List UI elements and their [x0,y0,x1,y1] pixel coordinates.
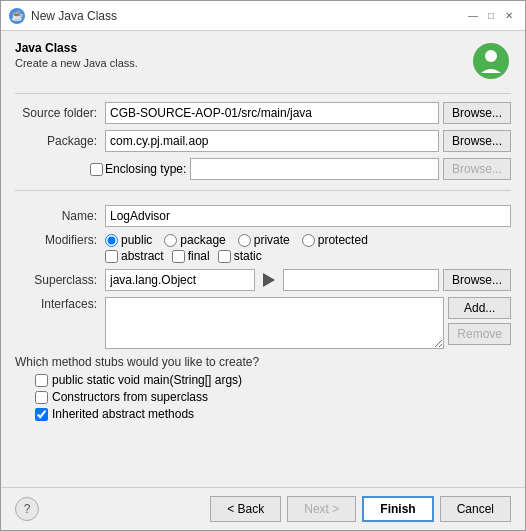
package-label: Package: [15,134,105,148]
dialog-content: Java Class Create a new Java class. Sour… [1,31,525,487]
title-controls: — □ ✕ [465,8,517,24]
modifier-private-radio[interactable] [238,234,251,247]
stubs-question: Which method stubs would you like to cre… [15,355,511,369]
source-folder-row: Source folder: Browse... [15,102,511,124]
static-checkbox[interactable] [218,250,231,263]
modifiers-options: public package private protected [105,233,368,247]
dialog-window: ☕ New Java Class — □ ✕ Java Class Create… [0,0,526,531]
enclosing-browse-button: Browse... [443,158,511,180]
source-folder-label: Source folder: [15,106,105,120]
name-input[interactable] [105,205,511,227]
modifier-checkboxes-row: abstract final static [105,249,511,263]
final-label: final [188,249,210,263]
enclosing-type-checkbox[interactable] [90,163,103,176]
package-row: Package: Browse... [15,130,511,152]
static-option[interactable]: static [218,249,262,263]
section-subtitle: Create a new Java class. [15,57,138,69]
enclosing-check-area [15,163,105,176]
final-checkbox[interactable] [172,250,185,263]
modifier-protected-radio[interactable] [302,234,315,247]
svg-point-1 [485,50,497,62]
stub-constructors-checkbox[interactable] [35,391,48,404]
header-section: Java Class Create a new Java class. [15,41,511,81]
superclass-input[interactable] [105,269,255,291]
remove-interface-button[interactable]: Remove [448,323,511,345]
next-button[interactable]: Next > [287,496,356,522]
superclass-label: Superclass: [15,273,105,287]
cancel-button[interactable]: Cancel [440,496,511,522]
modifier-package-option[interactable]: package [164,233,225,247]
minimize-button[interactable]: — [465,8,481,24]
source-folder-input[interactable] [105,102,439,124]
stubs-checkboxes: public static void main(String[] args) C… [15,373,511,421]
modifier-package-radio[interactable] [164,234,177,247]
superclass-browse-button[interactable]: Browse... [443,269,511,291]
abstract-checkbox[interactable] [105,250,118,263]
package-browse-button[interactable]: Browse... [443,130,511,152]
name-label: Name: [15,209,105,223]
footer-buttons: < Back Next > Finish Cancel [210,496,511,522]
stub-main-checkbox[interactable] [35,374,48,387]
back-button[interactable]: < Back [210,496,281,522]
modifier-public-label: public [121,233,152,247]
modifier-public-radio[interactable] [105,234,118,247]
superclass-extra-field [283,269,439,291]
stub-constructors-label: Constructors from superclass [52,390,208,404]
modifiers-label: Modifiers: [15,233,105,247]
static-label: static [234,249,262,263]
stub-main-label: public static void main(String[] args) [52,373,242,387]
window-icon: ☕ [9,8,25,24]
interfaces-label: Interfaces: [15,297,105,311]
superclass-arrow-button[interactable] [259,270,279,290]
java-logo [471,41,511,81]
modifier-private-option[interactable]: private [238,233,290,247]
enclosing-type-label: Enclosing type: [105,162,190,176]
source-folder-browse-button[interactable]: Browse... [443,102,511,124]
stub-inherited-label: Inherited abstract methods [52,407,194,421]
section-title: Java Class [15,41,138,55]
abstract-option[interactable]: abstract [105,249,164,263]
modifier-protected-option[interactable]: protected [302,233,368,247]
modifier-package-label: package [180,233,225,247]
finish-button[interactable]: Finish [362,496,433,522]
abstract-label: abstract [121,249,164,263]
stub-constructors-option[interactable]: Constructors from superclass [35,390,511,404]
maximize-button[interactable]: □ [483,8,499,24]
final-option[interactable]: final [172,249,210,263]
stub-inherited-checkbox[interactable] [35,408,48,421]
modifiers-row: Modifiers: public package private protec… [15,233,511,247]
interfaces-buttons: Add... Remove [448,297,511,345]
close-button[interactable]: ✕ [501,8,517,24]
superclass-row: Superclass: Browse... [15,269,511,291]
enclosing-row: Enclosing type: Browse... [15,158,511,180]
arrow-icon [263,273,275,287]
package-input[interactable] [105,130,439,152]
modifier-public-option[interactable]: public [105,233,152,247]
enclosing-type-input[interactable] [190,158,439,180]
name-row: Name: [15,205,511,227]
modifier-protected-label: protected [318,233,368,247]
interfaces-row: Interfaces: Add... Remove [15,297,511,349]
title-bar-left: ☕ New Java Class [9,8,117,24]
help-button[interactable]: ? [15,497,39,521]
separator [15,93,511,94]
dialog-footer: ? < Back Next > Finish Cancel [1,487,525,530]
window-title: New Java Class [31,9,117,23]
stub-main-option[interactable]: public static void main(String[] args) [35,373,511,387]
interfaces-box[interactable] [105,297,444,349]
header-text: Java Class Create a new Java class. [15,41,138,69]
separator2 [15,190,511,191]
add-interface-button[interactable]: Add... [448,297,511,319]
stub-inherited-option[interactable]: Inherited abstract methods [35,407,511,421]
stubs-section: Which method stubs would you like to cre… [15,355,511,424]
title-bar: ☕ New Java Class — □ ✕ [1,1,525,31]
modifier-private-label: private [254,233,290,247]
